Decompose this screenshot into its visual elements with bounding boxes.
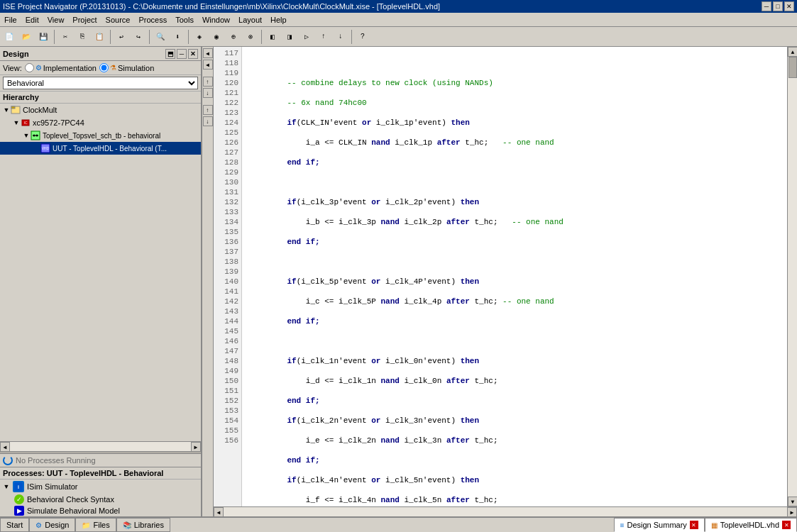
tree-scroll-left[interactable]: ◀ xyxy=(0,442,10,452)
toolbar-sep4 xyxy=(188,30,189,44)
toolbar-b1[interactable]: ◈ xyxy=(192,29,207,45)
scroll-thumb[interactable] xyxy=(788,57,797,78)
toolbar-b8[interactable]: ↑ xyxy=(316,29,331,45)
line-120: if(CLK_IN'event or i_clk_1p'event) then xyxy=(245,118,784,128)
line-125: i_b <= i_clk_3p nand i_clk_2p after t_hc… xyxy=(245,217,784,227)
expand-icon-3: ▼ xyxy=(23,132,30,139)
process-check-syntax[interactable]: ✓ Behavioral Check Syntax xyxy=(0,494,201,505)
menu-window[interactable]: Window xyxy=(198,14,234,26)
vert-btn-1[interactable]: ◀ xyxy=(203,48,213,58)
scroll-down-btn[interactable]: ▼ xyxy=(788,497,797,506)
tab-toplevelhdl[interactable]: ▦ ToplevelHDL.vhd ✕ xyxy=(705,518,797,532)
panel-header: Design ⬒ ─ ✕ xyxy=(0,47,201,61)
line-138: if(i_clk_4n'event or i_clk_5n'event) the… xyxy=(245,475,784,485)
files-icon: 📁 xyxy=(82,521,90,529)
toolbar-help[interactable]: ? xyxy=(355,29,370,45)
left-vert-buttons: ◀ ◀ ↑ ↓ ↑ ↓ xyxy=(202,47,214,516)
menu-edit[interactable]: Edit xyxy=(21,14,43,26)
libraries-tab-label: Libraries xyxy=(134,521,164,529)
v-scrollbar[interactable]: ▲ ▼ xyxy=(787,47,797,506)
tree-label-1: ClockMult xyxy=(23,106,57,114)
menu-file[interactable]: File xyxy=(0,14,21,26)
hierarchy-section: Hierarchy ▼ ClockMult ▼ IC xc9572-7PC44 … xyxy=(0,92,201,441)
toolbar-sep1 xyxy=(54,30,55,44)
toolbar-b4[interactable]: ⊗ xyxy=(243,29,258,45)
toolbar-redo[interactable]: ↪ xyxy=(131,29,146,45)
toolbar-b7[interactable]: ▷ xyxy=(299,29,314,45)
behavioral-dropdown[interactable]: Behavioral xyxy=(3,77,198,89)
tree-hscrollbar[interactable]: ◀ ▶ xyxy=(0,441,201,451)
tree-item-uut[interactable]: VHD UUT - ToplevelHDL - Behavioral (T... xyxy=(0,142,201,155)
toolbar: 📄 📂 💾 ✂ ⎘ 📋 ↩ ↪ 🔍 ⬇ ◈ ◉ ⊕ ⊗ ◧ ◨ ▷ ↑ ↓ ? xyxy=(0,27,797,47)
vert-btn-3[interactable]: ↑ xyxy=(203,77,213,87)
toolbar-sep6 xyxy=(351,30,352,44)
toolbar-cut[interactable]: ✂ xyxy=(57,29,73,45)
tree-scroll-track[interactable] xyxy=(10,442,191,451)
tab1-close[interactable]: ✕ xyxy=(690,521,698,529)
toolbar-b9[interactable]: ↓ xyxy=(333,29,348,45)
tree-scroll-right[interactable]: ▶ xyxy=(191,442,201,452)
isim-section[interactable]: ▼ i ISim Simulator xyxy=(0,480,201,494)
maximize-button[interactable]: □ xyxy=(773,1,783,11)
tab2-label: ToplevelHDL.vhd xyxy=(720,521,779,529)
panel-float-icon[interactable]: ⬒ xyxy=(165,49,175,59)
svg-text:i: i xyxy=(18,484,19,489)
toolbar-b5[interactable]: ◧ xyxy=(265,29,280,45)
line-139: i_f <= i_clk_4n nand i_clk_5n after t_hc… xyxy=(245,495,784,505)
close-button[interactable]: ✕ xyxy=(784,1,794,11)
menu-tools[interactable]: Tools xyxy=(171,14,198,26)
h-scroll-right[interactable]: ▶ xyxy=(787,507,797,516)
toolbar-b3[interactable]: ⊕ xyxy=(226,29,241,45)
line-133: i_d <= i_clk_1n nand i_clk_0n after t_hc… xyxy=(245,376,784,386)
code-editor[interactable]: -- combine delays to new clock (using NA… xyxy=(242,47,787,506)
tree-label-2: xc9572-7PC44 xyxy=(33,118,84,127)
tree-item-xc9572[interactable]: ▼ IC xc9572-7PC44 xyxy=(0,116,201,129)
line-127 xyxy=(245,257,784,267)
scroll-up-btn[interactable]: ▲ xyxy=(788,47,797,57)
toolbar-b2[interactable]: ◉ xyxy=(209,29,224,45)
toolbar-find[interactable]: 🔍 xyxy=(153,29,168,45)
menu-process[interactable]: Process xyxy=(134,14,171,26)
menu-view[interactable]: View xyxy=(43,14,69,26)
toolbar-b6[interactable]: ◨ xyxy=(282,29,297,45)
toolbar-copy[interactable]: ⎘ xyxy=(75,29,90,45)
toolbar-save[interactable]: 💾 xyxy=(35,29,51,45)
toolbar-paste[interactable]: 📋 xyxy=(92,29,107,45)
toolbar-open[interactable]: 📂 xyxy=(18,29,34,45)
vert-btn-6[interactable]: ↓ xyxy=(203,116,213,126)
menu-project[interactable]: Project xyxy=(68,14,101,26)
h-scrollbar[interactable]: ◀ ▶ xyxy=(214,506,797,516)
process-simulate[interactable]: ▶ Simulate Behavioral Model xyxy=(0,505,201,516)
tree-item-clockmult[interactable]: ▼ ClockMult xyxy=(0,104,201,116)
isim-expand: ▼ xyxy=(3,483,10,490)
h-scroll-track[interactable] xyxy=(224,507,787,516)
tab2-close[interactable]: ✕ xyxy=(782,521,791,529)
vert-btn-2[interactable]: ◀ xyxy=(203,60,213,70)
tab1-icon: ≡ xyxy=(620,521,625,529)
menu-layout[interactable]: Layout xyxy=(234,14,266,26)
vert-btn-4[interactable]: ↓ xyxy=(203,88,213,98)
toolbar-undo[interactable]: ↩ xyxy=(114,29,129,45)
dropdown-row: Behavioral xyxy=(0,75,201,92)
view-sim-radio[interactable]: ⚗ Simulation xyxy=(99,63,154,72)
files-tab[interactable]: 📁 Files xyxy=(75,518,116,532)
panel-min-icon[interactable]: ─ xyxy=(177,49,187,59)
panel-close-icon[interactable]: ✕ xyxy=(188,49,198,59)
toolbar-new[interactable]: 📄 xyxy=(1,29,17,45)
tree-item-toplevel[interactable]: ▼ Toplevel_Topsvel_sch_tb - behavioral xyxy=(0,129,201,142)
menu-help[interactable]: Help xyxy=(266,14,291,26)
h-scroll-left[interactable]: ◀ xyxy=(214,507,224,516)
scroll-track[interactable] xyxy=(788,57,797,497)
start-button[interactable]: Start xyxy=(0,518,29,532)
view-row: View: ⚙ Implementation ⚗ Simulation xyxy=(0,61,201,75)
menu-source[interactable]: Source xyxy=(101,14,135,26)
minimize-button[interactable]: ─ xyxy=(762,1,771,11)
line-126: end if; xyxy=(245,237,784,247)
line-124: if(i_clk_3p'event or i_clk_2p'event) the… xyxy=(245,197,784,207)
design-tab[interactable]: ⚙ Design xyxy=(29,518,75,532)
view-impl-radio[interactable]: ⚙ Implementation xyxy=(25,63,97,72)
toolbar-find-next[interactable]: ⬇ xyxy=(170,29,185,45)
tab-design-summary[interactable]: ≡ Design Summary ✕ xyxy=(614,518,705,532)
libraries-tab[interactable]: 📚 Libraries xyxy=(116,518,170,532)
vert-btn-5[interactable]: ↑ xyxy=(203,105,213,115)
